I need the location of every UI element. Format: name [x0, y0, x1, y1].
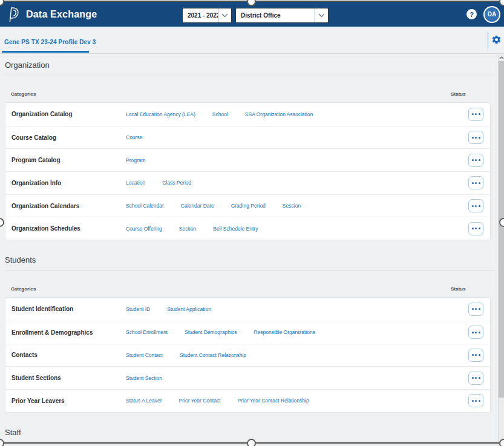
table-row: Student IdentificationStudent IDStudent … [5, 298, 490, 321]
category-name: Contacts [11, 352, 126, 358]
category-links: School EnrollmentStudent DemographicsRes… [126, 329, 468, 335]
category-link[interactable]: Program [126, 157, 146, 163]
category-link[interactable]: Class Period [162, 180, 191, 186]
category-links: Program [126, 157, 468, 163]
status-column-label: Status [451, 286, 465, 292]
chevron-down-icon [218, 8, 231, 22]
category-name: Organization Calendars [11, 203, 126, 209]
scrollbar-thumb[interactable] [499, 61, 504, 398]
category-name: Program Catalog [11, 157, 126, 163]
help-icon[interactable]: ? [466, 9, 477, 19]
category-link[interactable]: Bell Schedule Entry [213, 226, 258, 232]
category-link[interactable]: School [212, 111, 228, 117]
category-link[interactable]: Student Contact [126, 352, 163, 358]
more-actions-button[interactable] [468, 176, 483, 189]
more-actions-button[interactable] [468, 326, 483, 339]
section-title: Staff [5, 427, 493, 438]
category-card: Organization CatalogLocal Education Agen… [5, 102, 491, 240]
category-links: Student IDStudent Application [126, 306, 468, 312]
category-link[interactable]: Student ID [126, 306, 150, 312]
column-headers: CategoriesStatus [0, 271, 498, 297]
ellipsis-dot-icon [475, 113, 477, 115]
more-actions-button[interactable] [468, 131, 483, 144]
category-links: Course OfferingSectionBell Schedule Entr… [126, 226, 468, 232]
category-links: Course [126, 134, 468, 140]
category-link[interactable]: Calendar Date [181, 203, 214, 209]
tab-bar-divider [488, 31, 488, 49]
ellipsis-dot-icon [479, 332, 480, 333]
ellipsis-dot-icon [475, 205, 477, 207]
ellipsis-dot-icon [479, 113, 480, 115]
scope-select[interactable]: District Office [235, 8, 329, 23]
table-row: Organization SchedulesCourse OfferingSec… [5, 217, 490, 240]
table-row: Prior Year LeaversStatus A LeaverPrior Y… [5, 389, 490, 412]
ellipsis-dot-icon [479, 205, 480, 207]
ellipsis-dot-icon [475, 354, 477, 356]
ellipsis-dot-icon [472, 137, 474, 139]
more-actions-button[interactable] [468, 303, 483, 316]
more-actions-button[interactable] [468, 154, 483, 167]
avatar[interactable]: DA [483, 6, 500, 23]
ellipsis-dot-icon [475, 137, 477, 139]
ellipsis-dot-icon [479, 308, 480, 310]
year-select[interactable]: 2021 - 2022 [182, 8, 232, 23]
section-title: Students [5, 255, 493, 266]
category-link[interactable]: Student Section [126, 375, 162, 381]
more-actions-button[interactable] [468, 349, 483, 362]
ellipsis-dot-icon [472, 182, 474, 184]
category-link[interactable]: Student Application [167, 306, 211, 312]
scope-select-value: District Office [236, 8, 315, 22]
category-link[interactable]: SSA Organization Association [245, 111, 313, 117]
category-name: Enrollment & Demographics [11, 329, 126, 336]
selection-handle-bottom-right[interactable] [499, 439, 504, 446]
category-link[interactable]: Local Education Agency (LEA) [126, 111, 195, 117]
section-organization: OrganizationCategoriesStatusOrganization… [0, 54, 498, 240]
active-tab-underline [2, 51, 89, 53]
more-actions-button[interactable] [468, 108, 483, 121]
category-link[interactable]: Responsible Organizations [254, 329, 315, 335]
category-name: Student Identification [11, 306, 126, 312]
tab-bar: Gene PS TX 23-24 Profile Dev 3 [0, 27, 504, 54]
more-actions-button[interactable] [468, 222, 483, 235]
selection-handle-right-middle[interactable] [499, 218, 504, 227]
powerschool-logo-icon[interactable] [8, 7, 20, 22]
category-link[interactable]: Location [126, 180, 145, 186]
category-link[interactable]: Student Contact Relationship [180, 352, 246, 358]
category-link[interactable]: Prior Year Contact [179, 398, 221, 404]
table-row: Student SectionsStudent Section [5, 366, 490, 389]
category-link[interactable]: School Calendar [126, 203, 164, 209]
category-link[interactable]: Session [283, 203, 301, 209]
table-row: Organization CalendarsSchool CalendarCal… [5, 194, 490, 217]
category-link[interactable]: Student Demographics [185, 329, 237, 335]
header-selectors: 2021 - 2022 District Office [182, 8, 329, 23]
category-link[interactable]: Status A Leaver [126, 398, 162, 404]
table-row: Enrollment & DemographicsSchool Enrollme… [5, 321, 490, 344]
ellipsis-dot-icon [472, 159, 474, 161]
tab-profile[interactable]: Gene PS TX 23-24 Profile Dev 3 [4, 39, 96, 45]
scrollbar[interactable] [498, 54, 504, 446]
category-link[interactable]: School Enrollment [126, 329, 168, 335]
ellipsis-dot-icon [479, 400, 480, 402]
category-link[interactable]: Course [126, 134, 142, 140]
section-title: Organization [5, 60, 493, 71]
gear-icon[interactable] [491, 34, 502, 45]
category-links: School CalendarCalendar DateGrading Peri… [126, 203, 468, 209]
category-link[interactable]: Grading Period [231, 203, 266, 209]
category-name: Organization Catalog [11, 111, 126, 117]
ellipsis-dot-icon [475, 182, 477, 184]
ellipsis-dot-icon [472, 400, 474, 402]
category-link[interactable]: Prior Year Contact Relationship [238, 398, 309, 404]
scrollbar-up-button[interactable] [499, 54, 504, 61]
category-link[interactable]: Section [179, 226, 196, 232]
more-actions-button[interactable] [468, 394, 483, 407]
table-row: Program CatalogProgram [5, 148, 490, 171]
more-actions-button[interactable] [468, 199, 483, 212]
table-row: Course CatalogCourse [5, 126, 490, 149]
category-card: Student IdentificationStudent IDStudent … [5, 297, 491, 412]
category-link[interactable]: Course Offering [126, 226, 162, 232]
category-name: Prior Year Leavers [11, 398, 126, 404]
ellipsis-dot-icon [479, 182, 480, 184]
more-actions-button[interactable] [468, 372, 483, 385]
selection-handle-bottom-center[interactable] [247, 439, 256, 446]
category-name: Course Catalog [11, 134, 126, 141]
